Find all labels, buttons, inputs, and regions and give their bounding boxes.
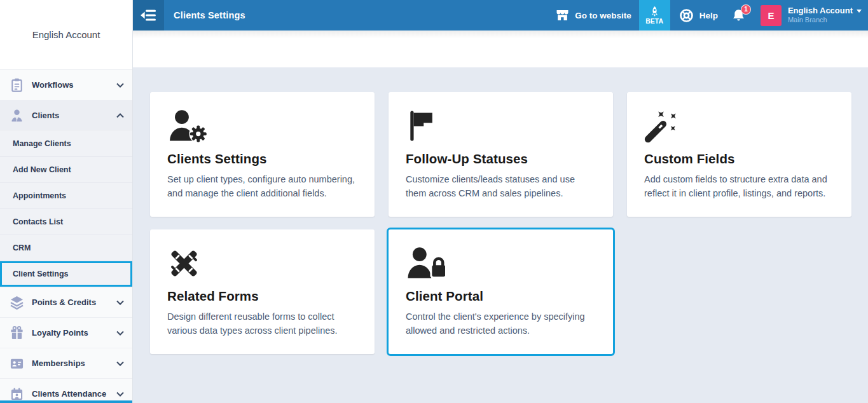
- chevron-down-icon: [116, 361, 124, 366]
- submenu-label: Appointments: [13, 191, 66, 200]
- card-title: Related Forms: [167, 289, 357, 304]
- card-clients-settings[interactable]: Clients Settings Set up client types, co…: [150, 92, 375, 217]
- sidebar-clients-submenu: Manage Clients Add New Client Appointmen…: [0, 131, 132, 287]
- chevron-down-icon: [116, 300, 124, 305]
- beta-button[interactable]: BETA: [639, 0, 670, 31]
- page-title: Clients Settings: [174, 10, 245, 20]
- notifications-button[interactable]: 1: [732, 9, 745, 22]
- submenu-label: Manage Clients: [13, 139, 71, 148]
- go-to-website-button[interactable]: Go to website: [556, 10, 631, 22]
- card-related-forms[interactable]: Related Forms Design different reusable …: [150, 229, 375, 354]
- card-description: Set up client types, configure auto numb…: [167, 172, 357, 200]
- branch-name: Main Branch: [788, 16, 862, 25]
- magic-wand-icon: [644, 109, 834, 145]
- rocket-icon: [650, 6, 659, 17]
- calendar-person-icon: [9, 386, 25, 402]
- sidebar-subitem-appointments[interactable]: Appointments: [0, 183, 132, 209]
- card-follow-up-statuses[interactable]: Follow-Up Statuses Customize clients/lea…: [389, 92, 613, 217]
- gift-icon: [9, 325, 25, 341]
- user-gear-icon: [167, 109, 357, 145]
- sidebar-item-points-credits[interactable]: Points & Credits: [0, 287, 132, 318]
- sidebar-item-label: Points & Credits: [32, 297, 116, 307]
- sidebar-item-clients[interactable]: Clients: [0, 100, 132, 131]
- sidebar-item-label: Memberships: [32, 359, 116, 368]
- sidebar-item-workflows[interactable]: Workflows: [0, 70, 132, 100]
- collapse-sidebar-icon: [141, 9, 157, 22]
- card-description: Customize clients/leads statuses and use…: [406, 172, 595, 200]
- subheader-band: [133, 31, 868, 67]
- sidebar-subitem-manage-clients[interactable]: Manage Clients: [0, 131, 132, 157]
- sidebar-bottom-highlight-strip: [0, 400, 132, 403]
- beta-label: BETA: [645, 17, 663, 25]
- submenu-label: Client Settings: [13, 270, 69, 278]
- account-name: English Account: [788, 6, 853, 16]
- topbar: Clients Settings Go to website BETA: [133, 0, 868, 31]
- clipboard-icon: [9, 77, 25, 93]
- id-card-icon: [9, 355, 25, 371]
- sidebar-item-memberships[interactable]: Memberships: [0, 348, 132, 379]
- help-label: Help: [699, 11, 718, 20]
- main-content: Clients Settings Set up client types, co…: [133, 31, 868, 403]
- submenu-label: CRM: [13, 243, 31, 252]
- sidebar-subitem-contacts-list[interactable]: Contacts List: [0, 209, 132, 235]
- account-avatar[interactable]: E: [761, 5, 782, 26]
- chevron-up-icon: [116, 113, 124, 118]
- go-to-website-label: Go to website: [575, 11, 631, 20]
- card-description: Design different reusable forms to colle…: [167, 310, 357, 338]
- card-title: Custom Fields: [644, 151, 834, 167]
- layers-icon: [9, 294, 25, 310]
- account-menu[interactable]: English Account Main Branch: [788, 6, 862, 25]
- sidebar-account-header: English Account: [0, 0, 132, 70]
- submenu-label: Add New Client: [13, 165, 71, 174]
- life-ring-help-icon: [679, 8, 694, 23]
- card-title: Client Portal: [406, 289, 595, 304]
- notification-count-badge: 1: [741, 4, 751, 15]
- sidebar-item-label: Loyalty Points: [32, 328, 116, 338]
- submenu-label: Contacts List: [13, 217, 63, 226]
- sidebar-item-clients-attendance[interactable]: Clients Attendance: [0, 379, 132, 403]
- card-client-portal[interactable]: Client Portal Control the client's exper…: [389, 229, 613, 354]
- sidebar-account-name: English Account: [32, 29, 100, 40]
- sidebar-item-loyalty-points[interactable]: Loyalty Points: [0, 318, 132, 348]
- card-description: Control the client's experience by speci…: [406, 310, 595, 338]
- sidebar-item-label: Workflows: [32, 80, 116, 90]
- settings-card-grid: Clients Settings Set up client types, co…: [133, 67, 868, 354]
- crossed-tools-icon: [167, 247, 357, 282]
- sidebar-subitem-client-settings[interactable]: Client Settings: [0, 261, 132, 287]
- card-title: Follow-Up Statuses: [406, 151, 595, 167]
- flag-icon: [406, 109, 595, 145]
- card-custom-fields[interactable]: Custom Fields Add custom fields to struc…: [627, 92, 851, 217]
- sidebar: English Account Workflows: [0, 0, 133, 403]
- sidebar-item-label: Clients: [32, 111, 116, 120]
- card-description: Add custom fields to structure extra dat…: [644, 172, 834, 200]
- chevron-down-icon: [116, 83, 124, 88]
- chevron-down-icon: [116, 392, 124, 397]
- sidebar-subitem-add-new-client[interactable]: Add New Client: [0, 157, 132, 183]
- person-icon: [9, 107, 25, 123]
- avatar-initial: E: [768, 10, 774, 21]
- chevron-down-icon: [116, 331, 124, 336]
- help-button[interactable]: Help: [679, 8, 718, 23]
- storefront-icon: [556, 10, 569, 22]
- collapse-sidebar-button[interactable]: [133, 0, 164, 31]
- sidebar-subitem-crm[interactable]: CRM: [0, 235, 132, 261]
- caret-down-icon: [857, 10, 862, 13]
- user-lock-icon: [406, 247, 595, 282]
- sidebar-item-label: Clients Attendance: [32, 389, 116, 399]
- card-title: Clients Settings: [167, 151, 357, 167]
